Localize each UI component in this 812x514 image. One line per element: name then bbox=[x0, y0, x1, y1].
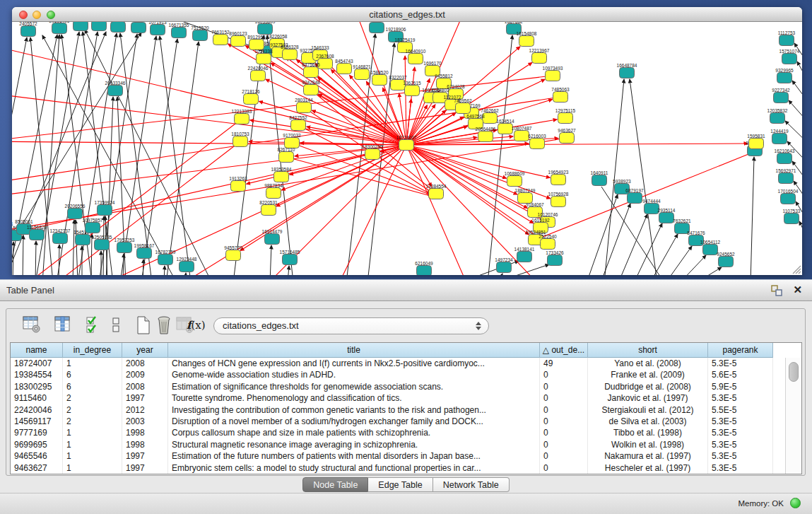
graph-node[interactable] bbox=[244, 94, 259, 105]
graph-node[interactable] bbox=[231, 181, 246, 192]
graph-node[interactable] bbox=[355, 69, 370, 80]
function-builder-icon[interactable]: f(x) bbox=[187, 319, 206, 332]
graph-node[interactable] bbox=[73, 22, 88, 31]
table-row[interactable]: 969969511998Structural magnetic resonanc… bbox=[11, 439, 773, 450]
table-row[interactable]: 1872400712008Changes of HCN gene express… bbox=[11, 358, 773, 369]
graph-node[interactable] bbox=[304, 67, 319, 78]
graph-node[interactable] bbox=[76, 235, 90, 245]
graph-node[interactable] bbox=[213, 35, 228, 45]
graph-node[interactable] bbox=[514, 131, 529, 141]
graph-node[interactable] bbox=[620, 68, 635, 78]
graph-node[interactable] bbox=[283, 49, 298, 60]
column-header-pagerank[interactable]: pagerank bbox=[708, 343, 773, 358]
graph-node[interactable] bbox=[297, 103, 312, 113]
graph-node[interactable] bbox=[233, 136, 248, 147]
graph-node[interactable] bbox=[291, 120, 306, 131]
network-view-window[interactable]: citations_edges.txt 24055722069140620331… bbox=[12, 7, 802, 275]
graph-node[interactable] bbox=[546, 71, 560, 81]
graph-node[interactable] bbox=[304, 85, 319, 95]
graph-node[interactable] bbox=[283, 255, 298, 265]
graph-node[interactable] bbox=[98, 205, 112, 216]
close-panel-icon[interactable]: ✕ bbox=[793, 284, 802, 296]
graph-node[interactable] bbox=[560, 133, 575, 144]
graph-node[interactable] bbox=[251, 71, 266, 81]
graph-node[interactable] bbox=[703, 245, 718, 255]
graph-node[interactable] bbox=[770, 113, 785, 124]
tab-network-table[interactable]: Network Table bbox=[433, 477, 510, 492]
graph-node[interactable] bbox=[772, 134, 787, 144]
float-window-icon[interactable] bbox=[771, 285, 782, 296]
graph-node[interactable] bbox=[553, 92, 568, 103]
graph-node[interactable] bbox=[777, 73, 792, 83]
graph-node[interactable] bbox=[158, 255, 173, 265]
graph-node[interactable] bbox=[781, 194, 796, 204]
graph-node[interactable] bbox=[659, 213, 674, 223]
table-row[interactable]: 946362711997Embryonic stem cells: a mode… bbox=[11, 462, 773, 474]
network-canvas[interactable]: 2405572206914062033119210953287152760364… bbox=[12, 22, 802, 275]
graph-node[interactable] bbox=[429, 189, 444, 199]
graph-node[interactable] bbox=[265, 234, 280, 245]
column-header-name[interactable]: name bbox=[11, 343, 63, 358]
graph-node[interactable] bbox=[261, 205, 276, 216]
graph-node[interactable] bbox=[108, 86, 123, 96]
graph-node[interactable] bbox=[231, 36, 246, 47]
graph-node[interactable] bbox=[774, 93, 789, 103]
graph-node[interactable] bbox=[548, 255, 563, 266]
graph-node[interactable] bbox=[52, 23, 67, 34]
resize-grip-icon[interactable] bbox=[793, 266, 801, 274]
graph-node[interactable] bbox=[777, 153, 792, 164]
graph-node[interactable] bbox=[405, 86, 420, 96]
graph-node[interactable] bbox=[226, 250, 241, 261]
table-row[interactable]: 946554611997Estimation of the future num… bbox=[11, 450, 773, 462]
graph-node[interactable] bbox=[497, 262, 512, 273]
graph-node[interactable] bbox=[719, 257, 734, 267]
graph-node[interactable] bbox=[68, 209, 83, 219]
table-row[interactable]: 1938455462009Genome-wide association stu… bbox=[11, 369, 773, 380]
graph-node[interactable] bbox=[235, 114, 249, 124]
graph-node[interactable] bbox=[779, 173, 794, 184]
table-row[interactable]: 2242004622012Investigating the contribut… bbox=[11, 404, 773, 416]
scrollbar-thumb[interactable] bbox=[789, 362, 799, 382]
graph-node[interactable] bbox=[258, 24, 273, 35]
delete-column-icon[interactable] bbox=[155, 315, 172, 335]
table-source-dropdown[interactable]: citations_edges.txt bbox=[213, 317, 489, 334]
table-mode-icon[interactable] bbox=[23, 315, 41, 334]
graph-node[interactable] bbox=[645, 204, 659, 214]
graph-node[interactable] bbox=[151, 25, 165, 35]
graph-node[interactable] bbox=[541, 239, 555, 250]
graph-node[interactable] bbox=[257, 54, 271, 64]
graph-node[interactable] bbox=[53, 233, 68, 244]
tab-node-table[interactable]: Node Table bbox=[302, 477, 368, 492]
table-row[interactable]: 911546021997Tourette syndrome. Phenomeno… bbox=[11, 392, 773, 404]
graph-node[interactable] bbox=[628, 193, 642, 204]
graph-node[interactable] bbox=[784, 214, 799, 224]
graph-node[interactable] bbox=[517, 252, 532, 262]
select-all-icon[interactable] bbox=[86, 315, 101, 335]
graph-node[interactable] bbox=[408, 54, 423, 64]
graph-node[interactable] bbox=[558, 113, 573, 124]
show-columns-icon[interactable] bbox=[54, 315, 72, 334]
graph-node[interactable] bbox=[131, 23, 146, 33]
graph-node[interactable] bbox=[592, 175, 607, 186]
graph-node[interactable] bbox=[172, 28, 187, 38]
graph-node[interactable] bbox=[30, 230, 45, 240]
graph-node[interactable] bbox=[478, 132, 493, 142]
graph-node[interactable] bbox=[274, 172, 289, 182]
table-row[interactable]: 1830029562008Estimation of significance … bbox=[11, 381, 773, 392]
graph-node[interactable] bbox=[551, 175, 566, 185]
graph-node[interactable] bbox=[532, 53, 547, 64]
graph-node[interactable] bbox=[137, 248, 152, 259]
graph-node[interactable] bbox=[782, 54, 797, 64]
graph-node[interactable] bbox=[779, 35, 794, 46]
graph-node[interactable] bbox=[279, 152, 294, 163]
graph-node[interactable] bbox=[519, 36, 534, 47]
window-titlebar[interactable]: citations_edges.txt bbox=[12, 7, 802, 22]
new-column-icon[interactable] bbox=[135, 315, 152, 335]
column-header-short[interactable]: short bbox=[588, 343, 708, 358]
graph-node[interactable] bbox=[266, 188, 281, 199]
table-row[interactable]: 1456911722003Disruption of a novel membe… bbox=[11, 416, 773, 427]
graph-node[interactable] bbox=[92, 22, 107, 31]
graph-node[interactable] bbox=[507, 176, 522, 187]
table-row[interactable]: 977716911998Corpus callosum shape and si… bbox=[11, 427, 773, 438]
graph-node[interactable] bbox=[21, 26, 36, 37]
